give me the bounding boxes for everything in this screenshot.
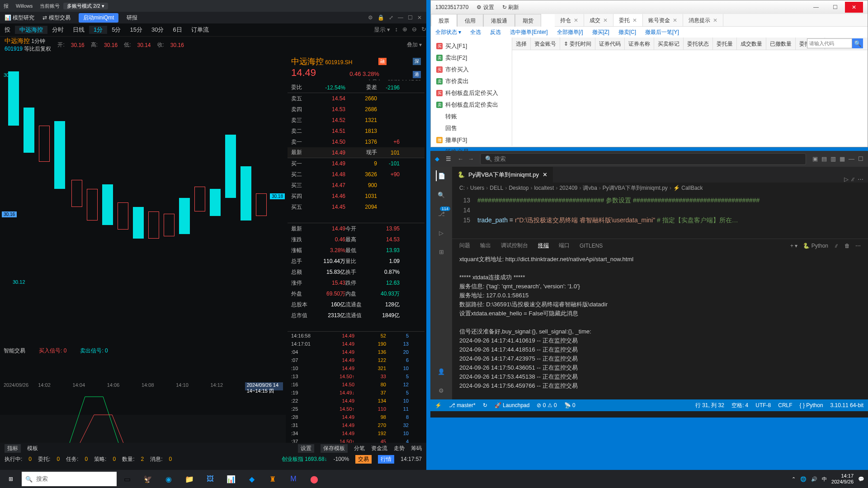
- grid-header[interactable]: 证券名称: [625, 38, 654, 50]
- action-cancel-buy[interactable]: 撤买[Z]: [592, 28, 609, 36]
- terminal[interactable]: xtquant文档地址: http://dict.thinktrader.net…: [452, 252, 868, 399]
- more-icon[interactable]: ⋯: [855, 243, 861, 249]
- extensions-icon[interactable]: ⊞: [436, 246, 447, 257]
- sync-icon[interactable]: ↻: [483, 402, 487, 408]
- eol[interactable]: CRLF: [778, 402, 792, 408]
- tab-terminal[interactable]: 终端: [538, 242, 549, 249]
- taskview-icon[interactable]: ▭: [117, 470, 137, 488]
- tab-template[interactable]: 模板: [27, 445, 38, 452]
- layout-icon[interactable]: ▣: [812, 155, 818, 162]
- remote-indicator[interactable]: ⚡: [435, 402, 442, 408]
- bid-row[interactable]: 买一14.499-101: [288, 158, 425, 169]
- stock-code[interactable]: 601919: [5, 46, 23, 52]
- language-mode[interactable]: { } Python: [800, 402, 823, 408]
- action-cancel-last[interactable]: 撤最后一笔[Y]: [645, 28, 679, 36]
- encoding[interactable]: UTF-8: [755, 402, 771, 408]
- app-icon[interactable]: 🦅: [137, 470, 158, 488]
- launchpad[interactable]: 🚀 Launchpad: [495, 402, 530, 408]
- tab-ports[interactable]: 端口: [559, 242, 570, 249]
- trade-menu-item[interactable]: 卖卖出[F2]: [431, 52, 512, 64]
- expand-icon[interactable]: ⤢: [389, 14, 393, 21]
- close-tab-icon[interactable]: ✕: [574, 17, 578, 23]
- trade-menu-item[interactable]: 买买入[F1]: [431, 40, 512, 52]
- yanbao-button[interactable]: 研报: [127, 14, 137, 22]
- vscode-taskbar-icon[interactable]: ◆: [241, 470, 262, 488]
- lock-icon[interactable]: 🔒: [377, 14, 384, 21]
- bid-row[interactable]: 买五14.452094: [288, 202, 425, 212]
- spaces[interactable]: 空格: 4: [731, 402, 748, 409]
- action-invert[interactable]: 反选: [490, 28, 501, 36]
- taskbar-clock[interactable]: 14:172024/9/26: [831, 473, 854, 485]
- ask-row[interactable]: 卖四14.532686: [288, 104, 425, 115]
- search-icon[interactable]: 🔍: [436, 189, 447, 200]
- grid-header[interactable]: 证券代码: [595, 38, 625, 50]
- tool-icon[interactable]: ↕: [395, 26, 398, 34]
- trade-menu-item[interactable]: 买科创板盘后定价买入: [431, 87, 512, 99]
- settings-button[interactable]: ⚙ 设置: [476, 4, 494, 11]
- trade-menu-item[interactable]: 转账: [431, 111, 512, 122]
- app-icon[interactable]: 🖼: [200, 470, 221, 488]
- edge-icon[interactable]: ◉: [158, 470, 179, 488]
- maximize-icon[interactable]: ☐: [408, 14, 413, 21]
- grid-header[interactable]: 买卖标记: [654, 38, 684, 50]
- file-tab[interactable]: 🐍 Py调VBA下单到miniqmt.py ✕: [452, 167, 553, 183]
- itab-funds[interactable]: 账号资金✕: [643, 14, 683, 26]
- tab-futures[interactable]: 期货: [515, 14, 541, 27]
- bid-row[interactable]: 买三14.47900: [288, 180, 425, 191]
- taskbar-search[interactable]: 🔍搜索: [22, 472, 117, 486]
- display-toggle[interactable]: 显示 ▾: [374, 26, 391, 34]
- app-icon[interactable]: ♜: [262, 470, 283, 488]
- app-icon[interactable]: ⬤: [304, 470, 325, 488]
- app-icon[interactable]: 📊: [221, 470, 241, 488]
- plus-icon[interactable]: ⊕: [402, 26, 407, 34]
- split-icon[interactable]: ⫽: [850, 176, 856, 183]
- add-terminal-icon[interactable]: + ▾: [790, 243, 797, 249]
- close-icon[interactable]: ✕: [845, 2, 863, 13]
- ask-row[interactable]: 卖五14.542660: [288, 93, 425, 104]
- network-icon[interactable]: 🌐: [800, 476, 807, 482]
- btn-zijinliu[interactable]: 资金流: [371, 445, 387, 452]
- tab-orderflow[interactable]: 订单流: [187, 26, 213, 34]
- minimize-icon[interactable]: —: [398, 14, 403, 21]
- breadcrumb-item[interactable]: 202409: [559, 185, 577, 191]
- grid-header[interactable]: 委托量: [713, 38, 737, 50]
- run-file-icon[interactable]: ▷: [844, 176, 849, 183]
- layout-icon[interactable]: ▥: [830, 155, 836, 162]
- maximize-icon[interactable]: ☐: [826, 2, 844, 13]
- trading-titlebar[interactable]: 报 Willows 当前账号 多账号模式 2/2 ▾: [0, 0, 426, 12]
- tab-indicator[interactable]: 指标: [5, 444, 21, 453]
- grid-header[interactable]: 委托状态: [684, 38, 713, 50]
- tab-output[interactable]: 输出: [480, 242, 491, 249]
- code-search-button[interactable]: 🔍: [852, 38, 863, 48]
- forward-icon[interactable]: →: [468, 155, 474, 162]
- gear-icon[interactable]: ⚙: [436, 385, 447, 396]
- refresh-button[interactable]: ↻ 刷新: [502, 4, 519, 11]
- python-version[interactable]: 3.10.11 64-bit: [830, 402, 863, 408]
- breadcrumb-item[interactable]: C:: [459, 185, 465, 191]
- tab-problems[interactable]: 问题: [459, 242, 470, 249]
- tab-unknown[interactable]: 投: [0, 26, 15, 34]
- ask-row[interactable]: 卖二14.511813: [288, 126, 425, 136]
- action-cancel-sel[interactable]: 选中撤单[Enter]: [510, 28, 547, 36]
- itab-msg[interactable]: 消息提示✕: [683, 14, 723, 26]
- layout-icon[interactable]: ▤: [821, 155, 827, 162]
- gear-icon[interactable]: ⚙: [368, 14, 373, 21]
- maximize-icon[interactable]: ☐: [858, 155, 863, 162]
- breadcrumb-item[interactable]: localtest: [534, 185, 554, 191]
- close-tab-icon[interactable]: ✕: [542, 171, 547, 178]
- overlay-toggle[interactable]: 叠加 ▾: [407, 41, 422, 49]
- back-icon[interactable]: ←: [458, 155, 463, 162]
- grid-header[interactable]: 已撤数量: [766, 38, 796, 50]
- tab-hk[interactable]: 港股通: [483, 14, 515, 27]
- start-button[interactable]: ⊞: [0, 470, 22, 488]
- tab-day[interactable]: 日线: [68, 26, 89, 34]
- code-editor[interactable]: 13#################################### 参…: [452, 193, 868, 239]
- tab-debug[interactable]: 调试控制台: [501, 242, 528, 249]
- trade-menu-item[interactable]: 买市价买入: [431, 64, 512, 75]
- notification-icon[interactable]: 💬: [858, 476, 864, 482]
- itab-deal[interactable]: 成交✕: [584, 14, 613, 26]
- code-search-input[interactable]: [807, 38, 852, 48]
- btn-chouma[interactable]: 筹码: [411, 445, 422, 452]
- btn-settings[interactable]: 设置: [298, 444, 314, 453]
- menu-icon[interactable]: ☰: [446, 155, 451, 162]
